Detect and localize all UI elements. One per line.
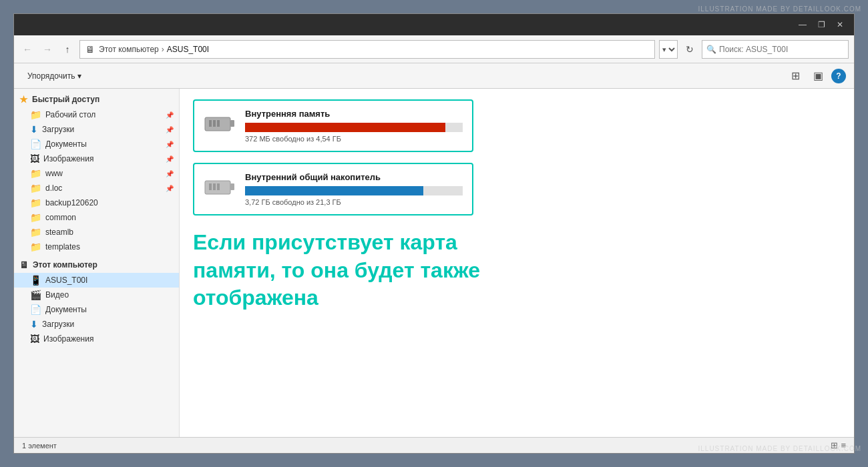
sidebar-item-steamlb[interactable]: 📁 steamlb [14,225,179,240]
sidebar-item-downloads2[interactable]: ⬇ Загрузки [14,317,179,332]
path-computer: Этот компьютер [99,45,159,54]
sidebar-item-label: www [45,169,63,178]
search-input[interactable] [719,45,844,54]
refresh-button[interactable]: ↻ [682,41,698,57]
drive-bar-container-storage [245,186,463,195]
sidebar-item-images2[interactable]: 🖼 Изображения [14,332,179,346]
restore-button[interactable]: ❐ [813,19,830,31]
statusbar-count: 1 элемент [22,442,57,450]
pin-icon: 📌 [166,155,174,163]
sidebar-item-label: Рабочий стол [45,110,95,119]
sidebar-item-label: common [45,213,76,222]
close-button[interactable]: ✕ [831,19,849,31]
drive-bar-container-memory [245,123,463,132]
path-device: ASUS_T00I [167,45,209,54]
sort-button[interactable]: Упорядочить ▾ [22,69,87,83]
statusbar-grid-icon[interactable]: ⊞ [831,440,838,450]
sidebar-item-video[interactable]: 🎬 Видео [14,288,179,302]
doc-icon: 📄 [30,304,41,315]
help-button[interactable]: ? [831,69,846,83]
svg-rect-10 [213,183,216,190]
drive-name-memory: Внутренняя память [245,109,463,119]
up-button[interactable]: ↑ [59,41,75,57]
svg-rect-2 [230,120,234,127]
computer-section-header[interactable]: 🖥 Этот компьютер [14,257,179,273]
sidebar-item-common[interactable]: 📁 common [14,210,179,225]
svg-rect-9 [209,183,212,190]
drive-tile-internal-memory[interactable]: Внутренняя память 372 МБ свободно из 4,5… [193,99,473,152]
pin-icon: 📌 [166,185,174,192]
folder-icon: 📁 [30,109,41,120]
svg-rect-3 [209,120,212,127]
sidebar-item-asus[interactable]: 📱 ASUS_T00I [14,273,179,288]
sidebar-item-documents[interactable]: 📄 Документы 📌 [14,137,179,151]
forward-button[interactable]: → [39,41,55,57]
drive-capacity-memory: 372 МБ свободно из 4,54 ГБ [245,135,463,143]
images-icon: 🖼 [30,153,39,164]
computer-section-label: Этот компьютер [33,260,97,270]
pin-icon: 📌 [166,111,174,119]
quick-access-label: Быстрый доступ [32,95,99,104]
sort-arrow: ▾ [77,71,81,81]
svg-rect-4 [213,120,216,127]
drive-info-memory: Внутренняя память 372 МБ свободно из 4,5… [245,109,463,143]
sidebar-item-backup[interactable]: 📁 backup120620 [14,195,179,210]
download-icon: ⬇ [30,319,38,330]
sidebar-item-images[interactable]: 🖼 Изображения 📌 [14,151,179,166]
folder-icon: 📁 [30,227,41,238]
address-icon: 🖥 [85,44,95,55]
svg-rect-5 [217,120,220,127]
search-icon: 🔍 [706,45,716,54]
path-separator-1: › [162,45,164,54]
toolbar: Упорядочить ▾ ⊞ ▣ ? [14,63,854,89]
drive-bar-fill-storage [245,186,423,195]
address-path[interactable]: 🖥 Этот компьютер › ASUS_T00I [79,40,655,59]
sidebar-item-label: templates [45,242,80,252]
drive-tile-shared-storage[interactable]: Внутренний общий накопитель 3,72 ГБ своб… [193,163,473,215]
sidebar-item-documents2[interactable]: 📄 Документы [14,302,179,317]
sidebar-item-label: Изображения [43,154,93,163]
search-box[interactable]: 🔍 [702,40,849,59]
folder-icon: 📁 [30,242,41,252]
sidebar-item-label: Видео [45,290,69,300]
main-area: ★ Быстрый доступ 📁 Рабочий стол 📌 ⬇ Загр… [14,89,854,437]
quick-access-header[interactable]: ★ Быстрый доступ [14,91,179,107]
monitor-icon: 🖥 [19,260,29,270]
explorer-window: — ❐ ✕ ← → ↑ 🖥 Этот компьютер › ASUS_T00I… [13,13,855,454]
sort-label: Упорядочить [27,71,75,81]
star-icon: ★ [19,94,28,105]
statusbar: 1 элемент ⊞ ≡ [14,437,854,453]
addressbar: ← → ↑ 🖥 Этот компьютер › ASUS_T00I ▾ ↻ 🔍 [14,35,854,63]
view-options-button[interactable]: ⊞ [786,67,805,85]
download-icon: ⬇ [30,124,38,135]
minimize-button[interactable]: — [794,19,811,31]
watermark-top: ILLUSTRATION MADE BY DETAILLOOK.COM [698,5,862,13]
drive-icon-storage [204,175,236,204]
view-pane-button[interactable]: ▣ [809,67,827,85]
doc-icon: 📄 [30,139,41,149]
sidebar-item-label: d.loc [45,183,62,193]
images-icon: 🖼 [30,334,39,344]
sidebar-item-label: Документы [45,139,87,149]
sidebar-item-templates[interactable]: 📁 templates [14,240,179,254]
drive-name-storage: Внутренний общий накопитель [245,172,463,182]
titlebar-buttons: — ❐ ✕ [794,19,849,31]
device-icon: 📱 [30,275,41,286]
annotation-text: Если присутствует картапамяти, то она бу… [193,229,660,312]
sidebar-item-dloc[interactable]: 📁 d.loc 📌 [14,181,179,195]
path-dropdown[interactable]: ▾ [659,40,678,59]
sidebar-item-label: Загрузки [42,320,74,329]
drive-bar-fill-memory [245,123,445,132]
sidebar-item-desktop[interactable]: 📁 Рабочий стол 📌 [14,107,179,122]
sidebar-item-label: Документы [45,305,87,314]
folder-icon: 📁 [30,197,41,208]
statusbar-icons: ⊞ ≡ [831,440,846,450]
back-button[interactable]: ← [19,41,35,57]
sidebar-item-label: backup120620 [45,198,98,207]
statusbar-list-icon[interactable]: ≡ [841,440,846,450]
folder-icon: 📁 [30,212,41,223]
sidebar-item-label: Загрузки [42,125,74,134]
sidebar-item-www[interactable]: 📁 www 📌 [14,166,179,181]
svg-rect-8 [230,183,234,190]
sidebar-item-downloads[interactable]: ⬇ Загрузки 📌 [14,122,179,137]
